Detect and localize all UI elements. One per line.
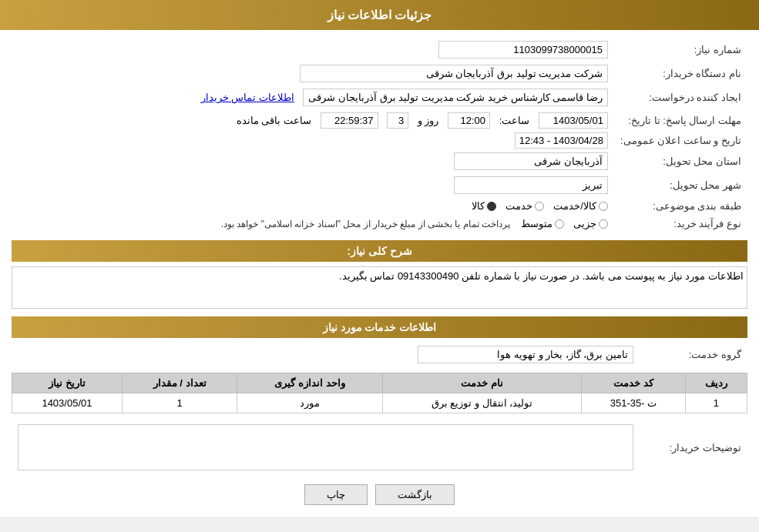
deadline-time: 12:00 (448, 112, 490, 129)
col-service-code: کد خدمت (582, 373, 686, 393)
purchase-radio-partial (599, 219, 608, 229)
col-service-name: نام خدمت (382, 373, 581, 393)
buyer-desc-field (18, 424, 633, 470)
info-table: شماره نیاز: 1103099738000015 نام دستگاه … (12, 38, 747, 233)
general-desc-header: شرح کلی نیاز: (12, 240, 747, 262)
buyer-org-label: نام دستگاه خریدار: (614, 62, 747, 85)
bottom-buttons: بازگشت چاپ (12, 484, 747, 505)
deadline-time-label: ساعت: (499, 115, 530, 126)
buyer-org-value: شرکت مدیریت تولید برق آذربایجان شرقی (12, 62, 614, 85)
back-button[interactable]: بازگشت (375, 484, 455, 505)
category-label-goods-service: کالا/خدمت (553, 200, 596, 212)
buyer-desc-value (12, 421, 640, 473)
general-desc-field[interactable]: اطلاعات مورد نیاز به پیوست می باشد. در ص… (12, 266, 747, 309)
deadline-remaining: 22:59:37 (321, 112, 378, 129)
category-radio-service (535, 202, 544, 211)
deadline-date: 1403/05/01 (539, 112, 608, 129)
delivery-city-label: شهر محل تحویل: (614, 173, 747, 197)
deadline-label: مهلت ارسال پاسخ: تا تاریخ: (614, 109, 747, 132)
delivery-city-field: تبریز (454, 176, 608, 194)
service-group-label: گروه خدمت: (640, 343, 747, 366)
announce-datetime-label: تاریخ و ساعت اعلان عمومی: (614, 132, 747, 149)
category-label-service: خدمت (505, 200, 532, 212)
category-radio-goods-service (599, 202, 608, 211)
purchase-type-value: جزیی متوسط پرداخت تمام یا بخشی از مبلغ خ… (12, 215, 614, 233)
purchase-note: پرداخت تمام یا بخشی از مبلغ خریدار از مح… (221, 219, 510, 229)
need-number-label: شماره نیاز: (614, 38, 747, 62)
category-option-goods: کالا (472, 200, 496, 212)
category-value: کالا/خدمت خدمت کالا (12, 197, 614, 215)
purchase-option-medium: متوسط (521, 218, 564, 229)
services-table: ردیف کد خدمت نام خدمت واحد اندازه گیری ت… (12, 373, 747, 413)
page-header: جزئیات اطلاعات نیاز (0, 0, 759, 30)
main-content: شماره نیاز: 1103099738000015 نام دستگاه … (0, 30, 759, 517)
col-date: تاریخ نیاز (12, 373, 123, 393)
deadline-days-label: روز و (418, 115, 439, 126)
deadline-row: 1403/05/01 ساعت: 12:00 روز و 3 22:59:37 … (12, 109, 614, 132)
col-row-num: ردیف (685, 373, 747, 393)
delivery-province-value: آذربایجان شرقی (12, 149, 614, 173)
service-group-value: تامین برق، گاز، بخار و تهویه هوا (12, 343, 640, 366)
creator-value: رضا قاسمی کارشناس خرید شرکت مدیریت تولید… (12, 85, 614, 109)
need-number-field: 1103099738000015 (438, 41, 608, 59)
page-title: جزئیات اطلاعات نیاز (327, 8, 432, 22)
page-wrapper: جزئیات اطلاعات نیاز شماره نیاز: 11030997… (0, 0, 759, 517)
print-button[interactable]: چاپ (304, 484, 368, 505)
purchase-label-medium: متوسط (521, 218, 552, 229)
category-option-service: خدمت (505, 200, 544, 212)
buyer-desc-table: توضیحات خریدار: (12, 421, 747, 473)
purchase-type-label: نوع فرآیند خرید: (614, 215, 747, 233)
announce-datetime-field: 1403/04/28 - 12:43 (515, 132, 608, 149)
contact-link[interactable]: اطلاعات تماس خریدار (201, 92, 294, 103)
announce-datetime-value: 1403/04/28 - 12:43 (12, 132, 614, 149)
buyer-org-field: شرکت مدیریت تولید برق آذربایجان شرقی (300, 65, 608, 82)
delivery-province-field: آذربایجان شرقی (454, 152, 608, 170)
deadline-days: 3 (387, 112, 408, 129)
category-option-goods-service: کالا/خدمت (553, 200, 608, 212)
general-desc-section: شرح کلی نیاز: اطلاعات مورد نیاز به پیوست… (12, 240, 747, 309)
buyer-desc-label: توضیحات خریدار: (640, 421, 747, 473)
purchase-option-partial: جزیی (573, 218, 608, 229)
delivery-province-label: استان محل تحویل: (614, 149, 747, 173)
service-group-field: تامین برق، گاز، بخار و تهویه هوا (418, 346, 633, 363)
purchase-label-partial: جزیی (573, 218, 596, 229)
col-unit: واحد اندازه گیری (237, 373, 382, 393)
need-number-value: 1103099738000015 (12, 38, 614, 62)
purchase-radio-medium (555, 219, 564, 229)
category-label-goods: کالا (472, 200, 485, 212)
deadline-remaining-label: ساعت باقی مانده (237, 115, 311, 126)
delivery-city-value: تبریز (12, 173, 614, 197)
creator-label: ایجاد کننده درخواست: (614, 85, 747, 109)
col-quantity: تعداد / مقدار (122, 373, 237, 393)
table-row: 1ت -35-351تولید، انتقال و توزیع برقمورد1… (12, 393, 747, 413)
service-group-table: گروه خدمت: تامین برق، گاز، بخار و تهویه … (12, 343, 747, 366)
creator-field: رضا قاسمی کارشناس خرید شرکت مدیریت تولید… (303, 89, 608, 106)
category-label: طبقه بندی موضوعی: (614, 197, 747, 215)
category-radio-goods (487, 202, 496, 211)
services-section-header: اطلاعات خدمات مورد نیاز (12, 316, 747, 338)
